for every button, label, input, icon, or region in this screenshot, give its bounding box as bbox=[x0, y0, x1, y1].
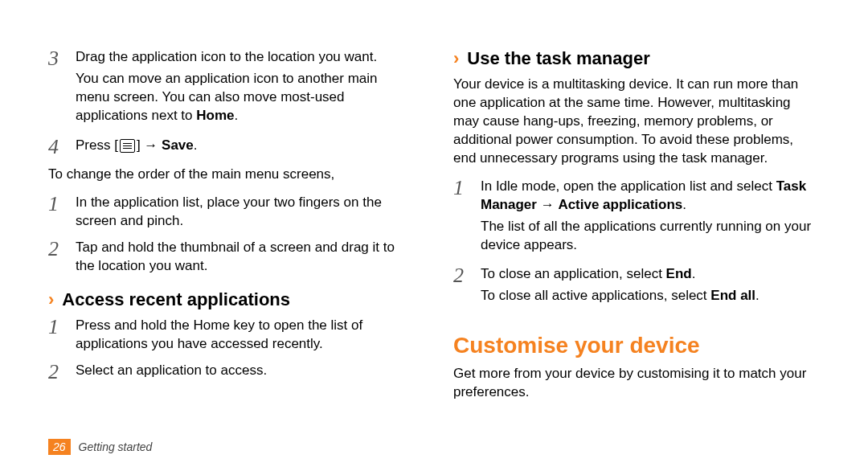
change-step-2: 2 Tap and hold the thumbnail of a screen… bbox=[48, 239, 415, 276]
step-text: Drag the application icon to the locatio… bbox=[76, 48, 415, 129]
tm-step-1: 1 In Idle mode, open the application lis… bbox=[453, 178, 820, 258]
step-number: 2 bbox=[453, 265, 471, 309]
menu-icon bbox=[120, 139, 135, 153]
heading-text: Use the task manager bbox=[467, 48, 649, 69]
step-3-line2: You can move an application icon to anot… bbox=[76, 70, 415, 125]
chevron-icon: › bbox=[453, 50, 459, 68]
step-number: 1 bbox=[48, 194, 66, 231]
heading-text: Access recent applications bbox=[62, 289, 290, 310]
right-column: › Use the task manager Your device is a … bbox=[453, 48, 820, 412]
tm-step-2-line1: To close an application, select End. bbox=[481, 265, 820, 284]
step-number: 2 bbox=[48, 239, 66, 276]
customise-text: Get more from your device by customising… bbox=[453, 365, 820, 402]
step-number: 4 bbox=[48, 137, 66, 158]
page-number: 26 bbox=[48, 439, 71, 455]
tm-step-2-line2: To close all active applications, select… bbox=[481, 287, 820, 305]
tm-step-2: 2 To close an application, select End. T… bbox=[453, 265, 820, 309]
left-column: 3 Drag the application icon to the locat… bbox=[48, 48, 415, 412]
recent-step-2: 2 Select an application to access. bbox=[48, 362, 415, 383]
page-body: 3 Drag the application icon to the locat… bbox=[0, 0, 868, 412]
step-number: 1 bbox=[453, 178, 471, 258]
tm-step-1-line2: The list of all the applications current… bbox=[481, 218, 820, 255]
step-text: To close an application, select End. To … bbox=[481, 265, 820, 309]
customise-title: Customise your device bbox=[453, 333, 820, 358]
step-3: 3 Drag the application icon to the locat… bbox=[48, 48, 415, 129]
task-manager-intro: Your device is a multitasking device. It… bbox=[453, 76, 820, 168]
step-text: In Idle mode, open the application list … bbox=[481, 178, 820, 258]
step-number: 2 bbox=[48, 362, 66, 383]
change-order-intro: To change the order of the main menu scr… bbox=[48, 166, 415, 184]
footer-section: Getting started bbox=[79, 440, 153, 453]
step-number: 3 bbox=[48, 48, 66, 129]
step-text: Tap and hold the thumbnail of a screen a… bbox=[76, 239, 415, 276]
page-footer: 26 Getting started bbox=[48, 439, 152, 455]
step-text: Press [] → Save. bbox=[76, 137, 415, 158]
step-3-line1: Drag the application icon to the locatio… bbox=[76, 48, 415, 67]
step-number: 1 bbox=[48, 317, 66, 354]
change-step-1: 1 In the application list, place your tw… bbox=[48, 194, 415, 231]
task-manager-heading: › Use the task manager bbox=[453, 48, 820, 69]
step-4: 4 Press [] → Save. bbox=[48, 137, 415, 158]
step-text: Select an application to access. bbox=[76, 362, 415, 383]
step-text: In the application list, place your two … bbox=[76, 194, 415, 231]
tm-step-1-line1: In Idle mode, open the application list … bbox=[481, 178, 820, 215]
step-text: Press and hold the Home key to open the … bbox=[76, 317, 415, 354]
chevron-icon: › bbox=[48, 291, 54, 309]
recent-apps-heading: › Access recent applications bbox=[48, 289, 415, 310]
recent-step-1: 1 Press and hold the Home key to open th… bbox=[48, 317, 415, 354]
